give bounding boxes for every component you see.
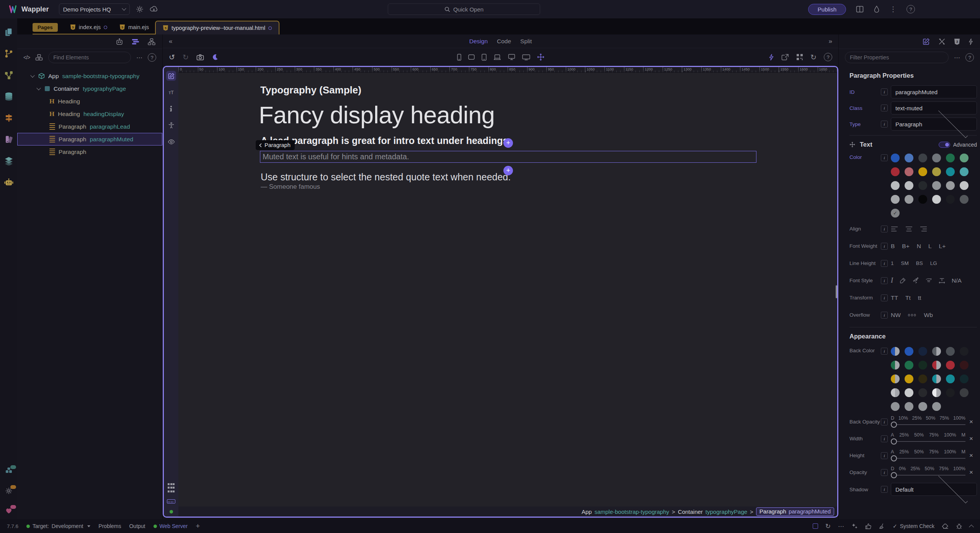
more-options-icon[interactable]: ⋯ bbox=[838, 523, 844, 530]
back-color-swatch[interactable] bbox=[891, 388, 900, 397]
height-slider[interactable] bbox=[891, 455, 965, 462]
italic-icon[interactable]: I bbox=[891, 276, 893, 284]
open-in-browser-icon[interactable] bbox=[781, 54, 789, 60]
back-color-swatch[interactable] bbox=[932, 374, 941, 383]
project-settings-icon[interactable] bbox=[136, 5, 144, 13]
back-opacity-slider[interactable] bbox=[891, 421, 965, 428]
split-layout-icon[interactable] bbox=[856, 6, 864, 13]
preview-eye-icon[interactable] bbox=[166, 137, 176, 147]
text-color-swatch[interactable] bbox=[932, 195, 941, 204]
back-color-swatch[interactable] bbox=[905, 347, 913, 356]
eraser-icon[interactable] bbox=[942, 523, 949, 529]
chevron-up-icon[interactable] bbox=[969, 525, 974, 530]
font-style-na-option[interactable]: N/A bbox=[952, 277, 962, 284]
back-color-swatch[interactable] bbox=[905, 402, 913, 411]
back-color-swatch[interactable] bbox=[905, 388, 913, 397]
tree-item-paragraph[interactable]: Paragraph bbox=[17, 146, 162, 158]
align-left-icon[interactable] bbox=[891, 226, 898, 232]
transform-option[interactable]: Tt bbox=[905, 294, 911, 301]
tablet-device-icon[interactable] bbox=[481, 54, 487, 61]
code-view-icon[interactable]: </> bbox=[23, 54, 30, 60]
opacity-slider[interactable] bbox=[891, 472, 965, 479]
text-color-swatch[interactable] bbox=[891, 195, 900, 204]
selected-element-outline[interactable]: Muted text is useful for hints and metad… bbox=[260, 151, 756, 163]
element-info-icon[interactable] bbox=[166, 104, 176, 114]
line-height-option[interactable]: SM bbox=[901, 260, 909, 266]
font-weight-option[interactable]: B+ bbox=[902, 243, 909, 250]
dynamic-events-icon[interactable] bbox=[969, 38, 973, 45]
font-weight-option[interactable]: L bbox=[928, 243, 932, 250]
edit-properties-icon[interactable] bbox=[923, 38, 930, 45]
panel-resize-handle[interactable] bbox=[836, 285, 837, 298]
drag-section-icon[interactable] bbox=[849, 142, 855, 147]
rocket-icon[interactable] bbox=[912, 277, 919, 284]
slider-knob-icon[interactable] bbox=[891, 438, 897, 445]
tree-item-container[interactable]: Container typographyPage bbox=[17, 82, 162, 95]
signpost-icon[interactable] bbox=[4, 113, 13, 123]
back-color-swatch[interactable] bbox=[918, 374, 927, 383]
breadcrumb-item[interactable]: Container bbox=[678, 508, 703, 515]
blockquote-source[interactable]: — Someone famous bbox=[261, 183, 320, 191]
broom-icon[interactable] bbox=[879, 523, 885, 530]
undo-icon[interactable]: ↺ bbox=[169, 53, 175, 62]
lead-paragraph[interactable]: A lead paragraph is great for intro text… bbox=[261, 135, 511, 146]
shadow-select[interactable]: Default bbox=[891, 483, 977, 496]
layers-icon[interactable] bbox=[4, 156, 13, 165]
width-clear-button[interactable]: × bbox=[965, 435, 977, 443]
ruler-toggle-icon[interactable] bbox=[167, 499, 175, 504]
transform-option[interactable]: TT bbox=[891, 294, 898, 301]
font-weight-option[interactable]: B bbox=[891, 243, 895, 250]
cloud-sync-icon[interactable] bbox=[150, 5, 158, 13]
kebab-menu-icon[interactable]: ⋮ bbox=[890, 5, 897, 13]
back-color-swatch[interactable] bbox=[918, 347, 927, 356]
collapse-left-panel-icon[interactable]: « bbox=[169, 38, 172, 45]
back-color-swatch[interactable] bbox=[891, 361, 900, 370]
back-color-swatch[interactable] bbox=[932, 361, 941, 370]
stimulate-lightning-icon[interactable] bbox=[769, 54, 774, 61]
text-color-swatch[interactable] bbox=[960, 195, 969, 204]
slider-knob-icon[interactable] bbox=[891, 472, 897, 478]
insert-before-button[interactable]: + bbox=[503, 138, 513, 148]
desktop-device-icon[interactable] bbox=[508, 54, 515, 60]
phone-landscape-icon[interactable] bbox=[468, 54, 475, 60]
help-icon[interactable]: ? bbox=[906, 5, 915, 13]
tree-item-app[interactable]: App sample-bootstrap-typography bbox=[17, 70, 162, 82]
grid-overlay-icon[interactable] bbox=[166, 483, 176, 493]
bug-report-icon[interactable] bbox=[956, 523, 962, 530]
code-view-tab[interactable]: Code bbox=[497, 38, 511, 45]
tab-typography-preview[interactable]: 5 typography-preview--tour-manual.html bbox=[155, 21, 279, 34]
breadcrumb-item[interactable]: App bbox=[581, 508, 592, 515]
text-color-swatch[interactable] bbox=[905, 167, 913, 176]
phone-device-icon[interactable] bbox=[457, 54, 461, 61]
back-color-swatch[interactable] bbox=[918, 402, 927, 411]
qr-code-icon[interactable] bbox=[796, 54, 803, 60]
tree-item-heading[interactable]: H Heading bbox=[17, 95, 162, 108]
database-icon[interactable] bbox=[4, 92, 13, 101]
text-color-swatch[interactable] bbox=[918, 154, 927, 162]
overflow-option[interactable]: Wb bbox=[924, 312, 933, 319]
tab-main-ejs[interactable]: 5 main.ejs bbox=[113, 21, 155, 34]
block-outlines-icon[interactable] bbox=[813, 523, 818, 529]
text-color-swatch[interactable] bbox=[891, 181, 900, 190]
class-input[interactable] bbox=[891, 101, 977, 114]
text-color-swatch[interactable] bbox=[960, 167, 969, 176]
dark-mode-moon-icon[interactable] bbox=[212, 54, 219, 60]
ai-assistant-icon[interactable] bbox=[116, 38, 123, 45]
back-color-swatch[interactable] bbox=[932, 347, 941, 356]
text-color-swatch[interactable] bbox=[960, 154, 969, 162]
opacity-clear-button[interactable]: × bbox=[965, 469, 977, 476]
advanced-toggle[interactable]: Advanced bbox=[939, 142, 977, 148]
text-color-swatch[interactable] bbox=[905, 181, 913, 190]
slider-knob-icon[interactable] bbox=[891, 422, 897, 428]
share-nodes-icon[interactable] bbox=[4, 70, 13, 80]
selected-color-swatch[interactable]: ✓ bbox=[891, 209, 900, 217]
page-title[interactable]: Typography (Sample) bbox=[260, 84, 361, 96]
back-color-swatch[interactable] bbox=[905, 361, 913, 370]
extensions-icon[interactable] bbox=[5, 467, 13, 475]
quick-open-button[interactable]: Quick Open bbox=[388, 3, 540, 15]
text-color-swatch[interactable] bbox=[960, 181, 969, 190]
tree-item-heading-display[interactable]: H Heading headingDisplay bbox=[17, 108, 162, 120]
reload-icon[interactable]: ↻ bbox=[825, 522, 831, 530]
back-color-swatch[interactable] bbox=[946, 374, 955, 383]
tree-item-paragraph-muted[interactable]: Paragraph paragraphMuted bbox=[17, 133, 162, 146]
